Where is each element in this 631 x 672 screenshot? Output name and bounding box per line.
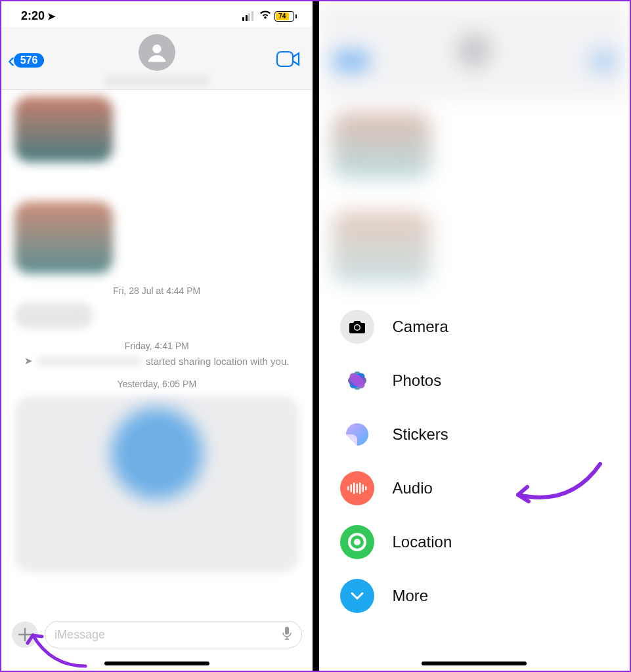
svg-point-4: [355, 326, 359, 330]
message-bubble-redacted: [14, 303, 93, 329]
messages-conversation-screen: 2:20 ➤ 74 ‹ 576: [1, 1, 316, 671]
cellular-signal-icon: [242, 11, 253, 21]
facetime-button[interactable]: [276, 49, 301, 72]
svg-rect-18: [362, 484, 364, 492]
attach-location[interactable]: Location: [340, 525, 604, 559]
timestamp-label: Friday, 4:41 PM: [14, 341, 299, 351]
attach-audio[interactable]: Audio: [340, 471, 604, 505]
message-bubble-redacted: [14, 201, 113, 274]
attachment-menu: Camera: [340, 310, 604, 613]
svg-rect-2: [285, 627, 289, 635]
attach-camera[interactable]: Camera: [340, 310, 604, 344]
attach-camera-label: Camera: [393, 318, 448, 336]
message-attachment-redacted: [14, 396, 299, 573]
message-input-placeholder: iMessage: [54, 628, 105, 642]
attach-stickers-label: Stickers: [393, 425, 448, 444]
conversation-nav-bar: ‹ 576: [1, 27, 313, 90]
svg-rect-15: [353, 482, 355, 494]
svg-rect-13: [347, 486, 349, 490]
attach-stickers[interactable]: Stickers: [340, 417, 604, 452]
timestamp-label: Yesterday, 6:05 PM: [14, 379, 299, 389]
svg-point-0: [152, 44, 161, 52]
svg-rect-17: [359, 482, 361, 494]
conversation-body[interactable]: Fri, 28 Jul at 4:44 PM Friday, 4:41 PM ➤…: [1, 90, 313, 602]
back-button[interactable]: ‹ 576: [8, 48, 44, 72]
audio-icon: [340, 471, 374, 505]
message-bubble-redacted: [14, 96, 113, 162]
home-indicator[interactable]: [104, 662, 209, 665]
photos-icon: [340, 364, 374, 398]
chevron-down-icon: [340, 579, 374, 613]
contact-name-redacted: [37, 355, 142, 367]
status-time: 2:20: [21, 9, 45, 23]
contact-header[interactable]: [104, 34, 209, 87]
svg-rect-14: [350, 484, 352, 492]
location-arrow-icon: ➤: [24, 355, 33, 367]
attachment-menu-screen: Camera: [316, 1, 630, 671]
battery-indicator: 74: [274, 11, 297, 22]
attach-audio-label: Audio: [393, 479, 433, 497]
status-bar: 2:20 ➤ 74: [1, 1, 313, 27]
stickers-icon: [340, 417, 374, 452]
attach-more[interactable]: More: [340, 579, 604, 613]
location-share-notice: ➤ started sharing location with you.: [14, 355, 299, 367]
unread-count-badge: 576: [14, 53, 45, 68]
timestamp-label: Fri, 28 Jul at 4:44 PM: [14, 285, 299, 296]
wifi-icon: [259, 9, 272, 23]
compose-bar: iMessage: [1, 621, 313, 648]
home-indicator[interactable]: [422, 662, 527, 665]
add-attachment-button[interactable]: [12, 621, 38, 648]
attach-more-label: More: [393, 587, 429, 605]
svg-rect-1: [277, 52, 293, 66]
svg-point-21: [354, 539, 360, 545]
camera-icon: [340, 310, 374, 344]
attach-photos-label: Photos: [393, 371, 442, 390]
location-icon: [340, 525, 374, 559]
location-services-icon: ➤: [47, 10, 56, 22]
attach-location-label: Location: [393, 533, 452, 551]
contact-name-redacted: [104, 75, 209, 87]
dictation-mic-icon[interactable]: [282, 626, 292, 644]
attach-photos[interactable]: Photos: [340, 364, 604, 398]
message-input[interactable]: iMessage: [45, 621, 302, 648]
svg-rect-19: [365, 486, 367, 490]
svg-rect-16: [356, 484, 358, 493]
contact-avatar-icon: [139, 34, 175, 71]
